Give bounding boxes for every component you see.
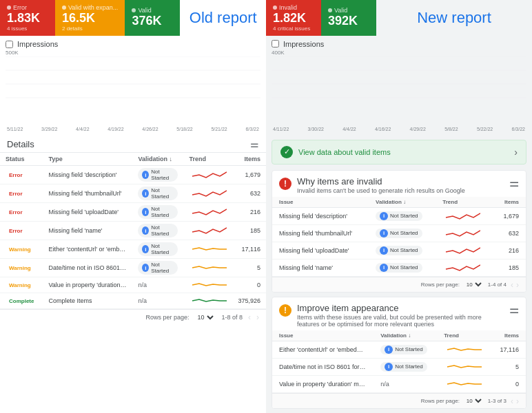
invalid-section: ! Why items are invalid Invalid items ca… xyxy=(272,170,526,293)
improve-filter-icon[interactable]: ⚌ xyxy=(509,304,519,315)
invalid-section-header: ! Why items are invalid Invalid items ca… xyxy=(272,171,526,197)
right-valid-stat: Valid 392K xyxy=(321,0,376,36)
left-stats-bar: Error 1.83K 4 issues Valid with expan...… xyxy=(0,0,266,36)
col-items: Items xyxy=(232,153,266,166)
table-row: Error Missing field 'description' iNot S… xyxy=(0,166,266,184)
col-validation: Validation ↓ xyxy=(132,153,183,166)
col-trend: Trend xyxy=(183,153,232,166)
left-filter-icon[interactable]: ⚌ xyxy=(250,138,259,149)
left-report-title: Old report xyxy=(180,0,266,36)
right-impressions-checkbox[interactable] xyxy=(272,40,279,47)
left-error-stat: Error 1.83K 4 issues xyxy=(0,0,55,36)
right-chart-container xyxy=(272,56,526,125)
invalid-next-arrow[interactable]: › xyxy=(516,280,519,290)
left-chart-svg: // bars generated inline xyxy=(6,56,260,112)
left-prev-arrow[interactable]: ‹ xyxy=(248,313,251,322)
left-chart-section: Impressions 500K // bars generated inlin… xyxy=(0,36,266,134)
table-row: Warning Date/time not in ISO 8601 format… xyxy=(0,259,266,277)
right-chart-section: Impressions 400K 4/11/22 3/30/22 4/4/22 … xyxy=(266,36,532,134)
left-next-arrow[interactable]: › xyxy=(256,313,259,322)
check-icon: ✓ xyxy=(280,146,293,158)
left-x-labels: 5/11/22 3/29/22 4/4/22 4/19/22 4/26/22 5… xyxy=(6,125,260,131)
col-status: Status xyxy=(0,153,43,166)
invalid-table-footer: Rows per page: 10 1-4 of 4 ‹ › xyxy=(272,277,526,293)
valid-items-bar[interactable]: ✓ View data about valid items › xyxy=(272,140,526,165)
right-chart-header: Impressions xyxy=(272,40,526,48)
left-rows-per-page-select[interactable]: 10 xyxy=(194,313,216,321)
improve-table-footer: Rows per page: 10 1-3 of 3 ‹ › xyxy=(272,393,526,409)
invalid-col-issue: Issue xyxy=(272,197,369,208)
improve-icon: ! xyxy=(279,304,291,317)
left-details-section: Details ⚌ Status Type Validation ↓ Trend… xyxy=(0,134,266,413)
improve-col-validation: Validation ↓ xyxy=(374,330,437,341)
improve-col-items: Items xyxy=(491,330,526,341)
col-type: Type xyxy=(43,153,132,166)
improve-col-trend: Trend xyxy=(437,330,491,341)
left-chart-header: Impressions xyxy=(6,40,260,48)
improve-col-issue: Issue xyxy=(272,330,374,341)
table-row: Missing field 'description' iNot Started… xyxy=(272,207,526,224)
right-stats-bar: Invalid 1.82K 4 critical issues Valid 39… xyxy=(266,0,532,36)
improve-next-arrow[interactable]: › xyxy=(516,396,519,406)
left-table-header-row: Status Type Validation ↓ Trend Items xyxy=(0,153,266,166)
table-row: Error Missing field 'thumbnailUrl' iNot … xyxy=(0,184,266,203)
table-row: Either 'contentUrl' or 'embedUrl' should… xyxy=(272,341,526,358)
table-row: Value in property 'duration' must be pos… xyxy=(272,375,526,392)
improve-rows-select[interactable]: 10 xyxy=(464,397,484,405)
improve-table: Issue Validation ↓ Trend Items Either 'c… xyxy=(272,330,526,393)
invalid-col-items: Items xyxy=(493,197,526,208)
left-table-footer: Rows per page: 10 1-8 of 8 ‹ › xyxy=(0,309,266,325)
right-panel: Invalid 1.82K 4 critical issues Valid 39… xyxy=(266,0,532,413)
invalid-filter-icon[interactable]: ⚌ xyxy=(509,177,519,189)
invalid-rows-select[interactable]: 10 xyxy=(464,281,484,288)
improve-section-header: ! Improve item appearance Items with the… xyxy=(272,297,526,330)
right-chart-svg xyxy=(272,56,526,112)
left-valid-expan-stat: Valid with expan... 16.5K 2 details xyxy=(55,0,125,36)
right-report-title: New report xyxy=(376,0,532,36)
table-row: Warning Either 'contentUrl' or 'embedUrl… xyxy=(0,240,266,259)
left-impressions-checkbox[interactable] xyxy=(6,41,13,48)
improve-prev-arrow[interactable]: ‹ xyxy=(511,396,513,406)
table-row: Missing field 'thumbnailUrl' iNot Starte… xyxy=(272,224,526,242)
invalid-col-trend: Trend xyxy=(436,197,493,208)
table-row: Complete Complete Items n/a 375,926 xyxy=(0,293,266,309)
left-details-header: Details ⚌ xyxy=(0,134,266,153)
table-row: Error Missing field 'name' iNot Started … xyxy=(0,222,266,240)
table-row: Error Missing field 'uploadDate' iNot St… xyxy=(0,203,266,222)
invalid-table: Issue Validation ↓ Trend Items Missing f… xyxy=(272,197,526,277)
left-details-table: Status Type Validation ↓ Trend Items Err… xyxy=(0,153,266,309)
improve-section: ! Improve item appearance Items with the… xyxy=(272,297,526,409)
table-row: Missing field 'name' iNot Started 185 xyxy=(272,259,526,276)
left-valid-stat: Valid 376K xyxy=(125,0,180,36)
right-invalid-stat: Invalid 1.82K 4 critical issues xyxy=(266,0,321,36)
left-chart-container: // bars generated inline xyxy=(6,56,260,125)
table-row: Missing field 'uploadDate' iNot Started … xyxy=(272,242,526,259)
invalid-icon: ! xyxy=(279,178,291,190)
right-x-labels: 4/11/22 3/30/22 4/4/22 4/16/22 4/29/22 5… xyxy=(272,125,526,131)
invalid-prev-arrow[interactable]: ‹ xyxy=(511,280,513,290)
table-row: Date/time not in ISO 8601 format in fiel… xyxy=(272,358,526,375)
left-panel: Error 1.83K 4 issues Valid with expan...… xyxy=(0,0,266,413)
chevron-right-icon: › xyxy=(514,147,518,158)
table-row: Warning Value in property 'duration' mus… xyxy=(0,277,266,293)
invalid-col-validation: Validation ↓ xyxy=(369,197,436,208)
